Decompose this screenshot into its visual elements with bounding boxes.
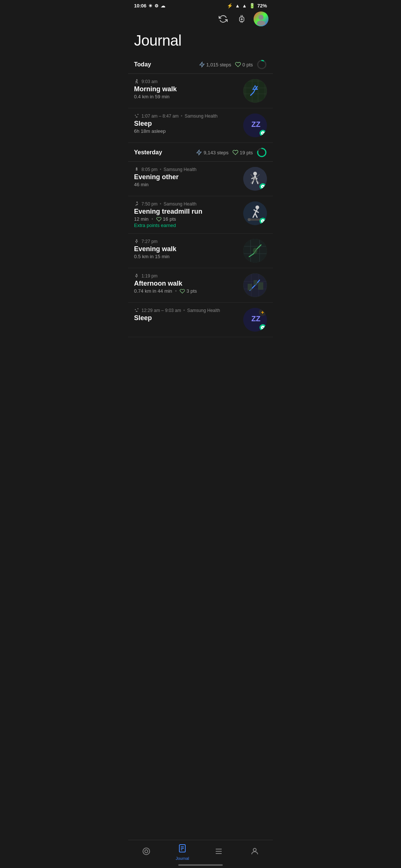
sync-button[interactable] (216, 12, 230, 26)
evening-other-name: Evening other (134, 173, 239, 181)
treadmill-badge (260, 218, 266, 224)
treadmill-pts: 16 pts (163, 216, 176, 222)
walk-icon (134, 79, 139, 84)
afternoon-pts-heart-icon (180, 289, 185, 294)
yesterday-label: Yesterday (134, 149, 162, 156)
evening-treadmill-meta: 7:50 pm • Samsung Health (134, 201, 239, 207)
evening-walk-name: Evening walk (134, 245, 239, 253)
evening-other-detail: 46 min (134, 182, 239, 187)
svg-rect-0 (239, 17, 244, 22)
yesterday-section: Yesterday 9,143 steps 19 pts (128, 144, 273, 337)
cellular-icon: ▲ (242, 3, 247, 9)
treadmill-time: 7:50 pm (141, 201, 157, 207)
svg-rect-60 (248, 284, 252, 290)
evening-walk-info: 7:27 pm Evening walk 0.5 km in 15 min (134, 239, 243, 259)
activity-evening-walk[interactable]: 7:27 pm Evening walk 0.5 km in 15 min (128, 234, 273, 268)
today-ring (257, 59, 267, 70)
evening-other-meta: 8:05 pm • Samsung Health (134, 167, 239, 172)
svg-text:ZZ: ZZ (251, 120, 260, 128)
sleep-add-btn[interactable]: + (259, 309, 266, 316)
treadmill-name: Evening treadmill run (134, 208, 239, 216)
evening-walk-detail: 0.5 km in 15 min (134, 254, 239, 259)
sleep-yesterday-source: Samsung Health (187, 308, 220, 313)
sleep-today-detail: 6h 18m asleep (134, 128, 239, 134)
wifi-signal-icon: ▲ (235, 3, 240, 9)
today-label: Today (134, 61, 151, 68)
sleep-badge (260, 130, 266, 137)
svg-point-53 (253, 248, 257, 254)
svg-point-10 (258, 60, 266, 69)
afternoon-walk-name: Afternoon walk (134, 280, 239, 287)
afternoon-pts: 3 pts (186, 288, 197, 294)
activity-sleep-today[interactable]: 1:07 am – 8:47 am • Samsung Health Sleep… (128, 108, 273, 143)
today-steps: 1,015 steps (199, 62, 231, 68)
battery-level: 72% (257, 3, 267, 9)
activity-morning-walk-meta: 9:03 am (134, 79, 239, 84)
morning-walk-name: Morning walk (134, 85, 239, 93)
sleep-yesterday-thumb: ZZ + (243, 308, 267, 332)
cloud-icon: ☁ (161, 3, 165, 9)
sleep-yesterday-name: Sleep (134, 314, 239, 322)
evening-walk-time: 7:27 pm (141, 239, 157, 244)
walk2-icon (134, 239, 139, 244)
avatar[interactable] (254, 11, 268, 26)
header-icons (128, 10, 273, 29)
activity-morning-walk-info: 9:03 am Morning walk 0.4 km in 59 min (134, 79, 243, 99)
status-right: ⚡ ▲ ▲ 🔋 72% (227, 3, 267, 9)
bluetooth-icon: ⚡ (227, 3, 233, 9)
sleep2-icon (134, 308, 139, 313)
treadmill-source: Samsung Health (164, 201, 197, 207)
sleep-today-time: 1:07 am – 8:47 am (141, 114, 179, 119)
sleep-yesterday-meta: 12:29 am – 9:03 am • Samsung Health (134, 308, 239, 313)
activity-sleep-today-info: 1:07 am – 8:47 am • Samsung Health Sleep… (134, 114, 243, 134)
afternoon-walk-detail: 0.74 km in 44 min (134, 288, 172, 294)
walk3-icon (134, 273, 139, 279)
afternoon-walk-thumb (243, 273, 267, 297)
pts-heart-icon (156, 217, 162, 222)
svg-rect-14 (246, 82, 264, 100)
treadmill-thumb (243, 201, 267, 225)
morning-walk-time: 9:03 am (141, 79, 157, 84)
yesterday-pts: 19 pts (232, 149, 253, 155)
status-bar: 10:06 ✳ ⚙ ☁ ⚡ ▲ ▲ 🔋 72% (128, 0, 273, 10)
battery-icon: 🔋 (249, 3, 255, 9)
svg-point-35 (137, 202, 137, 203)
watch-button[interactable] (235, 12, 248, 26)
svg-point-46 (136, 240, 137, 240)
treadmill-detail: 12 min (134, 216, 149, 222)
evening-other-source: Samsung Health (164, 167, 197, 172)
morning-walk-detail: 0.4 km in 59 min (134, 94, 239, 99)
extra-pts-label: Extra points earned (134, 223, 239, 228)
activity-morning-walk[interactable]: 9:03 am Morning walk 0.4 km in 59 min (128, 74, 273, 108)
activity-afternoon-walk[interactable]: 1:19 pm Afternoon walk 0.74 km in 44 min… (128, 268, 273, 303)
sleep-today-thumb: ZZ (243, 114, 267, 137)
evening-walk-meta: 7:27 pm (134, 239, 239, 244)
yesterday-steps: 9,143 steps (196, 149, 228, 155)
evening-other-info: 8:05 pm • Samsung Health Evening other 4… (134, 167, 243, 187)
afternoon-walk-map (243, 273, 267, 297)
afternoon-walk-pts-row: 0.74 km in 44 min • 3 pts (134, 288, 239, 294)
activity-evening-other[interactable]: 8:05 pm • Samsung Health Evening other 4… (128, 162, 273, 196)
signal-icon: ✳ (149, 3, 152, 9)
treadmill-pts-row: 12 min • 16 pts (134, 216, 239, 222)
svg-point-54 (136, 274, 137, 275)
today-section: Today 1,015 steps 0 pts (128, 56, 273, 143)
activity-evening-treadmill[interactable]: 7:50 pm • Samsung Health Evening treadmi… (128, 196, 273, 234)
svg-rect-61 (254, 280, 257, 285)
activity-sleep-yesterday[interactable]: 12:29 am – 9:03 am • Samsung Health Slee… (128, 303, 273, 337)
evening-walk-map (243, 239, 267, 263)
afternoon-walk-time: 1:19 pm (141, 273, 157, 279)
evening-other-thumb (243, 167, 267, 191)
svg-rect-62 (258, 282, 263, 290)
evening-other-badge (260, 183, 266, 190)
yesterday-header: Yesterday 9,143 steps 19 pts (128, 144, 273, 162)
afternoon-walk-meta: 1:19 pm (134, 273, 239, 279)
svg-point-37 (255, 206, 259, 209)
yesterday-ring (257, 147, 267, 158)
sleep-today-source: Samsung Health (185, 114, 218, 119)
main-content: Today 1,015 steps 0 pts (128, 56, 273, 376)
svg-point-12 (136, 79, 137, 80)
run-icon (134, 201, 139, 207)
sleep-yesterday-badge (260, 324, 266, 331)
svg-point-26 (253, 172, 257, 175)
